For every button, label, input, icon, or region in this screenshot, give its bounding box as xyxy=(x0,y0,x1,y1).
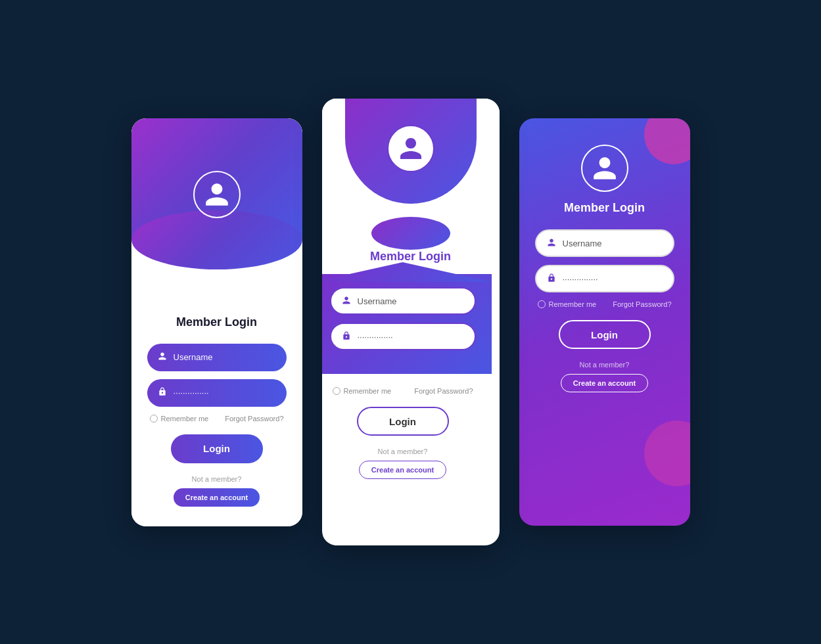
card2-lock-icon xyxy=(342,331,351,342)
card1-username-placeholder: Username xyxy=(174,352,213,362)
card1-wave xyxy=(131,210,302,269)
card2-body: Member Login Username ··············· xyxy=(322,243,500,499)
card1-body: Member Login Username ··············· Re… xyxy=(131,276,302,526)
card3-user-icon xyxy=(547,238,556,249)
card1-password-field[interactable]: ··············· xyxy=(147,379,287,407)
card2-purple-section: Username ··············· xyxy=(322,274,492,374)
card2-remember-row: Remember me Forgot Password? xyxy=(330,387,476,395)
card3-blob-bottom-right xyxy=(644,421,690,486)
card2-radio[interactable] xyxy=(333,387,340,395)
user-icon-2 xyxy=(398,135,424,162)
card1-username-field[interactable]: Username xyxy=(147,344,287,371)
card2-title: Member Login xyxy=(370,250,451,264)
card1-remember-label: Remember me xyxy=(161,415,209,423)
card3-inner: Member Login Username ··············· Re… xyxy=(519,118,690,412)
card3-login-button[interactable]: Login xyxy=(559,320,651,349)
card1-lock-icon xyxy=(158,387,167,398)
card1-gradient-header xyxy=(131,118,302,240)
card-2: Member Login Username ··············· xyxy=(322,99,500,545)
card1-remember-row: Remember me Forgot Password? xyxy=(147,415,287,423)
card1-login-button[interactable]: Login xyxy=(171,434,263,463)
card2-blob-bottom xyxy=(371,217,450,250)
card3-not-member: Not a member? xyxy=(580,361,630,369)
card-3: Member Login Username ··············· Re… xyxy=(519,118,690,526)
card3-remember-row: Remember me Forgot Password? xyxy=(535,300,674,308)
card1-radio[interactable] xyxy=(150,415,158,423)
card3-username-field[interactable]: Username xyxy=(535,229,674,257)
card3-lock-icon xyxy=(547,273,556,285)
card3-remember-left[interactable]: Remember me xyxy=(538,300,597,308)
card1-title: Member Login xyxy=(176,315,257,329)
user-icon-3 xyxy=(591,154,619,182)
card2-username-placeholder: Username xyxy=(358,296,397,306)
card1-forgot-password[interactable]: Forgot Password? xyxy=(225,415,283,423)
card2-avatar xyxy=(387,125,434,172)
card2-remember-label: Remember me xyxy=(344,387,392,395)
card3-password-field[interactable]: ··············· xyxy=(535,265,674,292)
card1-user-icon xyxy=(158,352,167,363)
card2-avatar-wrap xyxy=(387,125,434,172)
card3-avatar xyxy=(581,145,628,192)
card3-username-placeholder: Username xyxy=(563,239,602,248)
card2-top xyxy=(322,99,500,243)
card2-forgot-password[interactable]: Forgot Password? xyxy=(414,387,473,395)
card3-remember-label: Remember me xyxy=(549,300,597,308)
card-1: Member Login Username ··············· Re… xyxy=(131,118,302,526)
card2-create-account-button[interactable]: Create an account xyxy=(359,461,446,479)
card2-bottom-white: Remember me Forgot Password? Login Not a… xyxy=(322,374,492,499)
card3-create-account-button[interactable]: Create an account xyxy=(561,374,648,392)
card3-radio[interactable] xyxy=(538,300,546,308)
user-icon xyxy=(203,181,231,208)
card3-forgot-password[interactable]: Forgot Password? xyxy=(613,300,671,308)
card2-login-button[interactable]: Login xyxy=(357,407,449,436)
card3-title: Member Login xyxy=(564,201,645,215)
card1-not-member: Not a member? xyxy=(192,475,242,483)
card2-password-field[interactable]: ··············· xyxy=(330,323,476,350)
card1-avatar xyxy=(193,171,241,218)
cards-container: Member Login Username ··············· Re… xyxy=(131,99,690,545)
card2-username-field[interactable]: Username xyxy=(330,287,476,315)
card3-password-placeholder: ··············· xyxy=(563,274,598,284)
card2-remember-left[interactable]: Remember me xyxy=(333,387,392,395)
card2-password-placeholder: ··············· xyxy=(358,332,393,342)
card2-not-member: Not a member? xyxy=(378,448,428,455)
card1-create-account-button[interactable]: Create an account xyxy=(174,488,260,507)
card2-user-icon xyxy=(342,296,351,307)
card1-password-placeholder: ··············· xyxy=(174,388,209,398)
card1-remember-left[interactable]: Remember me xyxy=(150,415,209,423)
